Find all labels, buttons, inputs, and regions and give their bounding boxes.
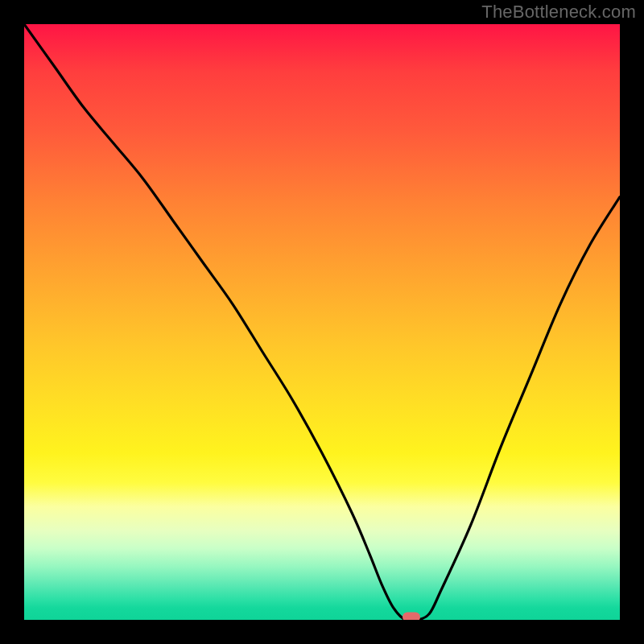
- plot-area: [24, 24, 620, 620]
- watermark-text: TheBottleneck.com: [481, 2, 636, 23]
- optimum-marker: [402, 613, 420, 620]
- curve-line: [24, 24, 620, 620]
- bottleneck-curve: [24, 24, 620, 620]
